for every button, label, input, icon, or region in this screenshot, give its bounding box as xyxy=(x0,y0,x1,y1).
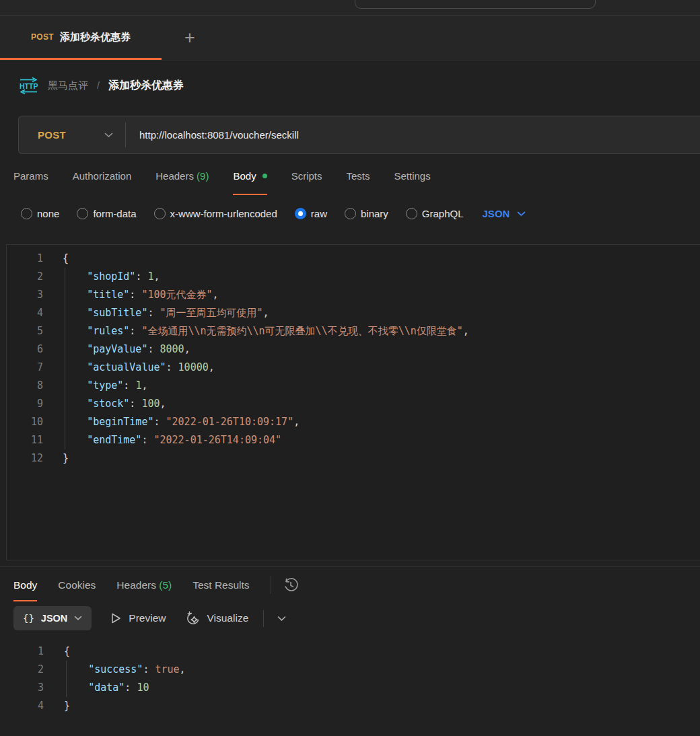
response-toolbar: {} JSON Preview Visualize xyxy=(0,603,700,634)
request-name-title[interactable]: 添加秒杀优惠券 xyxy=(108,79,184,93)
tab-params[interactable]: Params xyxy=(13,156,48,195)
line-number: 4 xyxy=(0,697,44,715)
tab-authorization[interactable]: Authorization xyxy=(73,156,132,195)
line-number: 3 xyxy=(0,679,44,697)
body-mode-label: binary xyxy=(361,208,388,219)
breadcrumb-separator: / xyxy=(97,80,100,91)
body-mode-radio-raw[interactable]: raw xyxy=(295,208,327,219)
code-content: { xyxy=(64,642,70,661)
tab-settings[interactable]: Settings xyxy=(394,156,431,195)
code-content: } xyxy=(63,449,69,468)
line-number: 3 xyxy=(7,286,43,304)
code-line[interactable]: 7 "actualValue": 10000, xyxy=(7,359,700,377)
radio-icon[interactable] xyxy=(406,208,417,219)
code-content: "beginTime": "2022-01-26T10:09:17", xyxy=(63,413,300,431)
code-line[interactable]: 11 "endTime": "2022-01-26T14:09:04" xyxy=(7,431,700,449)
tab-body[interactable]: Body xyxy=(233,156,267,195)
toolbar-divider xyxy=(263,610,264,627)
radio-selected-icon[interactable] xyxy=(295,208,306,219)
response-format-dropdown[interactable]: {} JSON xyxy=(13,606,92,630)
code-content: "type": 1, xyxy=(63,377,147,395)
line-number: 6 xyxy=(7,340,43,359)
code-line[interactable]: 6 "payValue": 8000, xyxy=(7,340,700,359)
chevron-down-icon xyxy=(74,616,82,621)
line-number: 9 xyxy=(7,395,43,413)
code-content: "success": true, xyxy=(64,661,186,679)
code-content: "subTitle": "周一至周五均可使用", xyxy=(63,304,269,322)
code-line[interactable]: 2 "shopId": 1, xyxy=(7,268,700,286)
chevron-down-icon xyxy=(104,133,113,138)
code-line[interactable]: 9 "stock": 100, xyxy=(7,395,700,413)
body-mode-radio-none[interactable]: none xyxy=(21,208,59,219)
line-number: 8 xyxy=(7,377,43,395)
tab-scripts[interactable]: Scripts xyxy=(291,156,322,195)
global-search-box[interactable] xyxy=(355,0,596,9)
breadcrumb-collection[interactable]: 黑马点评 xyxy=(48,79,88,92)
http-protocol-icon: HTTP xyxy=(18,77,39,95)
request-body-editor[interactable]: 1{2 "shopId": 1,3 "title": "100元代金券",4 "… xyxy=(6,244,700,560)
tab-tests[interactable]: Tests xyxy=(347,156,370,195)
line-number: 5 xyxy=(7,322,43,340)
code-line[interactable]: 4} xyxy=(0,697,700,715)
radio-icon[interactable] xyxy=(77,208,88,219)
body-mode-label: x-www-form-urlencoded xyxy=(170,208,277,219)
code-line[interactable]: 4 "subTitle": "周一至周五均可使用", xyxy=(7,304,700,322)
radio-icon[interactable] xyxy=(21,208,32,219)
more-options-chevron[interactable] xyxy=(277,616,286,622)
tab-headers[interactable]: Headers (5) xyxy=(116,568,172,601)
request-url-bar: POST http://localhost:8081/voucher/secki… xyxy=(18,116,700,154)
chevron-down-icon xyxy=(517,211,526,217)
open-tabs-bar: POST 添加秒杀优惠券 + xyxy=(0,16,700,61)
tab-headers[interactable]: Headers (9) xyxy=(155,156,209,195)
line-number: 12 xyxy=(7,449,43,468)
body-mode-radio-graphql[interactable]: GraphQL xyxy=(406,208,464,219)
body-mode-radio-binary[interactable]: binary xyxy=(345,208,388,219)
response-tabs-divider xyxy=(271,576,271,594)
code-line[interactable]: 2 "success": true, xyxy=(0,661,700,679)
method-label: POST xyxy=(38,129,66,141)
body-language-label: JSON xyxy=(483,208,510,219)
code-line[interactable]: 1{ xyxy=(7,250,700,268)
line-number: 2 xyxy=(7,268,43,286)
request-tab-active[interactable]: POST 添加秒杀优惠券 xyxy=(0,16,162,60)
visualize-button[interactable]: Visualize xyxy=(185,611,249,626)
tab-count-badge: (9) xyxy=(194,170,209,182)
response-body-viewer[interactable]: 1{2 "success": true,3 "data": 104} xyxy=(0,634,700,715)
code-line[interactable]: 5 "rules": "全场通用\\n无需预约\\n可无限叠加\\不兑现、不找零… xyxy=(7,322,700,340)
method-dropdown[interactable]: POST xyxy=(19,129,125,141)
new-tab-button[interactable]: + xyxy=(184,29,195,47)
code-content: } xyxy=(64,697,70,715)
top-bar xyxy=(0,0,700,16)
tab-cookies[interactable]: Cookies xyxy=(58,568,96,601)
code-line[interactable]: 1{ xyxy=(0,642,700,661)
tab-body[interactable]: Body xyxy=(13,568,37,601)
code-content: "actualValue": 10000, xyxy=(63,359,215,377)
response-format-label: JSON xyxy=(41,613,68,624)
line-number: 2 xyxy=(0,661,44,679)
body-mode-radio-form-data[interactable]: form-data xyxy=(77,208,136,219)
code-line[interactable]: 3 "title": "100元代金券", xyxy=(7,286,700,304)
history-icon[interactable] xyxy=(283,577,299,593)
body-language-select[interactable]: JSON xyxy=(483,208,526,219)
url-input[interactable]: http://localhost:8081/voucher/seckill xyxy=(139,129,299,141)
sparkles-icon xyxy=(185,611,201,626)
body-modified-dot xyxy=(262,174,267,178)
body-mode-radio-x-www-form-urlencoded[interactable]: x-www-form-urlencoded xyxy=(154,208,277,219)
body-mode-label: raw xyxy=(311,208,327,219)
code-line[interactable]: 10 "beginTime": "2022-01-26T10:09:17", xyxy=(7,413,700,431)
svg-text:HTTP: HTTP xyxy=(20,81,38,89)
request-section-tabs: ParamsAuthorizationHeaders (9)BodyScript… xyxy=(0,154,700,197)
code-content: "data": 10 xyxy=(64,679,149,697)
url-bar-divider xyxy=(125,122,126,147)
tab-test-results[interactable]: Test Results xyxy=(193,568,249,601)
body-mode-label: GraphQL xyxy=(422,208,464,219)
code-line[interactable]: 12} xyxy=(7,449,700,468)
code-content: { xyxy=(63,250,69,268)
code-line[interactable]: 3 "data": 10 xyxy=(0,679,700,697)
preview-button[interactable]: Preview xyxy=(110,612,166,624)
radio-icon[interactable] xyxy=(154,208,166,219)
radio-icon[interactable] xyxy=(345,208,356,219)
line-number: 1 xyxy=(7,250,43,268)
line-number: 1 xyxy=(0,642,44,661)
code-line[interactable]: 8 "type": 1, xyxy=(7,377,700,395)
